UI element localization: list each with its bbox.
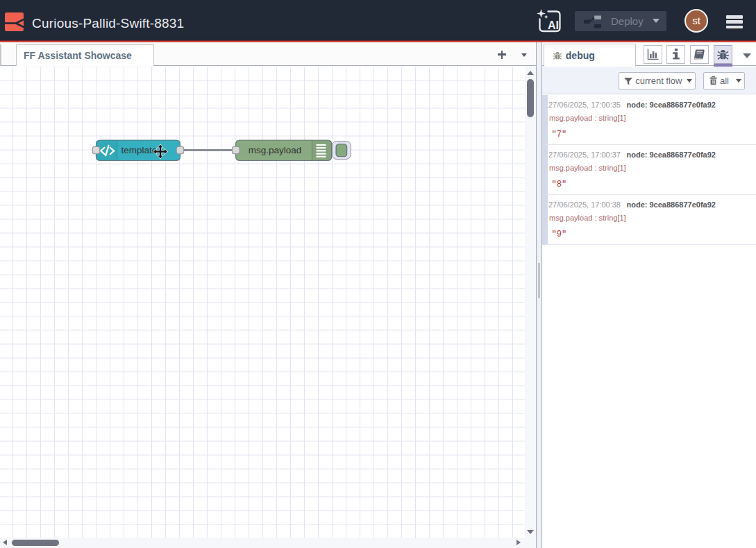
svg-text:msg.payload: msg.payload: [249, 144, 302, 155]
svg-text:template: template: [121, 144, 158, 155]
svg-text:AI: AI: [548, 19, 559, 31]
